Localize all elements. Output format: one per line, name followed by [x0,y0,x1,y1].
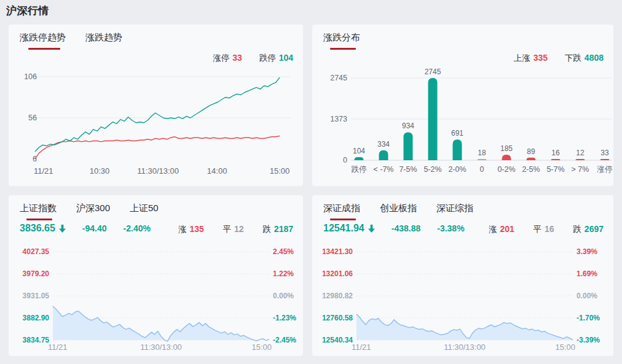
bar-category-label: 2-5% [522,165,540,174]
area-chart-svg: 4027.352.45%3979.201.22%3931.050.00%3882… [9,195,303,356]
bar-value-label: 12 [576,149,585,157]
tick-label: 11/21 [34,166,53,176]
tick-label: 11:30/13:00 [137,166,179,176]
y-axis-label: 13201.06 [322,269,353,278]
y-axis-label: 3882.90 [23,314,50,322]
bar-category-label: 0-2% [497,165,515,174]
bar-2-0% [453,139,462,160]
bar-category-label: 2-0% [448,165,466,174]
bar-value-label: 18 [478,149,486,157]
bar-value-label: 934 [402,122,414,130]
tick-label: 11:30/13:00 [444,343,486,352]
y-axis-label: 12980.82 [322,292,353,300]
tick-label: 1373 [330,115,347,123]
sz-index-area-chart: 13421.303.39%13201.061.69%12980.820.00%1… [312,195,613,356]
bar-7-5% [404,132,413,160]
bar-涨停 [600,159,610,160]
pct-axis-label: -1.23% [273,314,296,322]
tick-label: 11/21 [48,343,68,352]
bar-category-label: 跌停 [352,165,367,174]
bar-value-label: 334 [377,140,390,149]
area-chart-svg: 13421.303.39%13201.061.69%12980.820.00%1… [312,195,613,356]
tick-label: 2745 [330,74,347,82]
pct-axis-label: 1.69% [577,269,597,278]
bar-category-label: 0 [480,165,484,174]
tick-label: 0 [343,156,347,165]
y-axis-label: 12760.58 [322,314,353,322]
bar-0-2% [502,155,511,160]
pct-axis-label: 0.00% [577,292,597,300]
tick-label: 15:00 [251,343,272,352]
tick-label: 10:30 [90,166,110,176]
bar-5-2% [428,78,438,160]
tick-label: 15:00 [555,343,575,352]
panel-distribution: 涨跌分布 上涨335 下跌4808 013732745104跌停334< -7%… [312,25,613,186]
pct-axis-label: 0.00% [273,292,294,300]
pct-axis-label: -3.39% [577,336,600,344]
bar-5-7% [551,159,561,160]
bar-category-label: > 7% [572,165,589,174]
bar-value-label: 16 [551,149,560,157]
distribution-bar-chart: 013732745104跌停334< -7%9347-5%27455-2%691… [312,25,613,186]
tick-label: 15:00 [270,166,290,176]
tick-label: 11/21 [352,343,371,352]
bar-category-label: < -7% [373,165,393,174]
pct-axis-label: 3.39% [577,247,597,256]
bar-value-label: 2745 [425,68,441,76]
panel-sh-index: 上证指数 沪深300 上证50 3836.65 -94.40 -2.40% 涨1… [9,195,303,356]
bar-chart-svg: 013732745104跌停334< -7%9347-5%27455-2%691… [312,25,613,186]
tick-label: 6 [33,155,37,163]
y-axis-label: 13421.30 [322,247,353,256]
y-axis-label: 3931.05 [23,292,50,300]
line-chart-svg: 65610611/2110:3011:30/13:0014:0015:00 [9,25,303,186]
panel-sz-index: 深证成指 创业板指 深证综指 12541.94 -438.88 -3.38% 涨… [312,195,613,356]
bar-value-label: 185 [500,144,513,153]
y-axis-label: 4027.35 [23,247,50,256]
bar-category-label: 5-7% [546,165,564,174]
pct-axis-label: 2.45% [273,247,294,256]
sh-index-area-chart: 4027.352.45%3979.201.22%3931.050.00%3882… [9,195,303,356]
bar-category-label: 涨停 [597,165,613,174]
bar-< -7% [379,150,388,160]
bar-value-label: 691 [451,129,463,137]
bar-0 [478,159,487,160]
y-axis-label: 3979.20 [23,269,50,278]
page-title: 沪深行情 [6,4,49,18]
tick-label: 56 [28,114,37,122]
bar-category-label: 5-2% [423,165,441,174]
pct-axis-label: -1.70% [577,314,600,322]
y-axis-label: 12540.34 [322,336,353,344]
bar-category-label: 7-5% [399,165,417,174]
bar-2-5% [527,158,536,160]
pct-axis-label: -2.45% [273,336,296,344]
tick-label: 14:00 [207,166,227,176]
bar-value-label: 33 [600,149,609,157]
bar-value-label: 89 [527,147,535,156]
tick-label: 11:30/13:00 [140,343,182,352]
pct-axis-label: 1.22% [273,269,294,278]
y-axis-label: 3834.75 [23,336,50,344]
limit-trend-line-chart: 65610611/2110:3011:30/13:0014:0015:00 [9,25,303,186]
tick-label: 106 [24,72,37,81]
panel-limit-trend: 涨跌停趋势 涨跌趋势 涨停33 跌停104 65610611/2110:3011… [9,25,303,186]
bar-> 7% [576,159,585,160]
bar-value-label: 104 [353,147,365,155]
bar-跌停 [355,157,364,160]
series-跌停 [35,77,280,152]
